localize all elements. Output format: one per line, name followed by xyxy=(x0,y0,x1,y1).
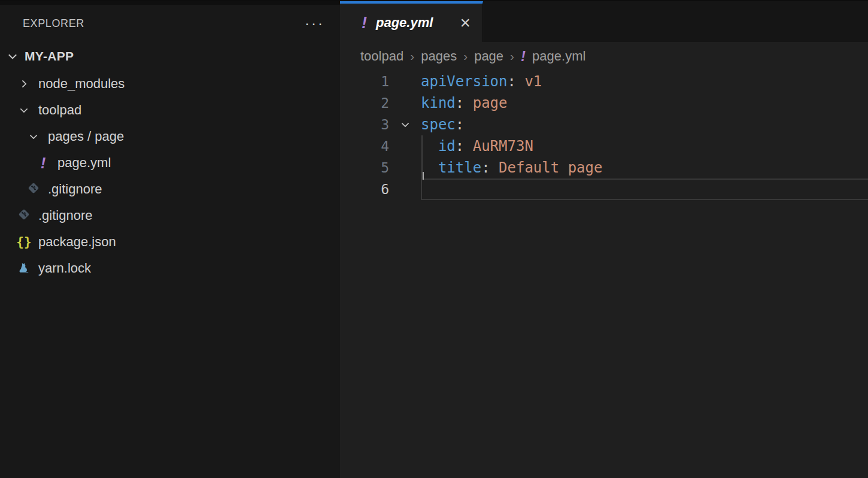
line-number[interactable]: 1 xyxy=(340,71,389,92)
line-number[interactable]: 6 xyxy=(340,179,389,200)
code-token: title xyxy=(438,159,481,176)
code-line-3[interactable]: 3spec: xyxy=(340,114,868,135)
fold-gutter xyxy=(389,71,421,92)
code-line-2[interactable]: 2kind: page xyxy=(340,92,868,114)
tree-item-label: .gitignore xyxy=(48,181,102,197)
line-number[interactable]: 4 xyxy=(340,135,389,157)
editor-code-area[interactable]: 1apiVersion: v12kind: page3spec:4 id: Au… xyxy=(340,71,868,200)
code-token: : xyxy=(508,73,516,90)
chevron-down-icon xyxy=(18,104,30,116)
code-line-content[interactable] xyxy=(421,179,868,200)
code-line-content[interactable]: title: Default page xyxy=(421,157,868,179)
code-token: : xyxy=(456,116,464,133)
tree-item-yarn.lock[interactable]: yarn.lock xyxy=(0,255,340,282)
file-tree: node_modulestoolpadpages / page!page.yml… xyxy=(0,71,340,282)
tab-label: page.yml xyxy=(376,15,433,31)
breadcrumb-item-pages[interactable]: pages xyxy=(421,49,457,64)
tree-item-label: .gitignore xyxy=(38,208,93,223)
git-icon xyxy=(27,181,40,197)
code-token: kind xyxy=(421,95,456,111)
chevron-right-icon xyxy=(18,78,30,90)
code-line-5[interactable]: 5 title: Default page xyxy=(340,157,868,179)
breadcrumb-item-toolpad[interactable]: toolpad xyxy=(360,49,403,64)
tree-item-label: package.json xyxy=(38,234,116,250)
breadcrumb-separator-icon: › xyxy=(410,49,414,63)
fold-gutter xyxy=(389,135,421,157)
code-token: v1 xyxy=(516,73,542,90)
code-line-4[interactable]: 4 id: AuRM73N xyxy=(340,135,868,157)
project-section-header[interactable]: MY-APP xyxy=(0,42,340,71)
code-token: spec xyxy=(421,116,456,133)
fold-gutter xyxy=(389,92,421,114)
code-line-6[interactable]: 6 xyxy=(340,179,868,200)
editor-group: ! page.yml × toolpad›pages›page› ! page.… xyxy=(340,1,868,478)
code-token: id xyxy=(438,138,456,155)
exclamation-icon: ! xyxy=(521,49,526,63)
code-token: Default page xyxy=(490,159,603,176)
json-braces-icon: {} xyxy=(16,236,31,249)
tree-item-page.yml[interactable]: !page.yml xyxy=(0,150,340,176)
project-name: MY-APP xyxy=(25,49,74,63)
code-line-content[interactable]: id: AuRM73N xyxy=(421,135,868,157)
line-number[interactable]: 5 xyxy=(340,157,389,179)
text-cursor xyxy=(423,172,424,180)
tree-item-icon-box xyxy=(26,131,41,143)
tree-item-package.json[interactable]: {}package.json xyxy=(0,229,340,255)
fold-chevron-down-icon xyxy=(399,119,411,131)
tree-item-icon-box xyxy=(17,104,31,116)
fold-gutter xyxy=(389,179,421,200)
breadcrumb-item-page[interactable]: page xyxy=(474,49,503,64)
code-token: : xyxy=(456,95,464,111)
tree-item-icon-box: ! xyxy=(36,155,50,171)
tree-item-.gitignore[interactable]: .gitignore xyxy=(0,202,340,229)
explorer-sidebar: EXPLORER ··· MY-APP node_modulestoolpadp… xyxy=(0,1,340,478)
chevron-down-icon xyxy=(6,50,19,63)
code-line-content[interactable]: kind: page xyxy=(421,92,868,114)
tree-item-node-modules[interactable]: node_modules xyxy=(0,71,340,97)
line-number[interactable]: 2 xyxy=(340,92,389,114)
tree-item-icon-box xyxy=(17,78,31,90)
git-icon xyxy=(17,208,31,223)
vscode-window: EXPLORER ··· MY-APP node_modulestoolpadp… xyxy=(0,0,868,478)
code-line-1[interactable]: 1apiVersion: v1 xyxy=(340,71,868,92)
fold-gutter[interactable] xyxy=(389,114,421,135)
tab-page-yml[interactable]: ! page.yml × xyxy=(340,1,483,42)
tree-item-label: toolpad xyxy=(38,102,81,118)
breadcrumb: toolpad›pages›page› ! page.yml xyxy=(340,42,868,71)
tree-item-label: pages / page xyxy=(48,129,124,144)
tree-item-label: node_modules xyxy=(38,76,125,92)
explorer-header: EXPLORER ··· xyxy=(0,5,340,42)
tree-item-label: page.yml xyxy=(57,155,111,171)
code-line-content[interactable]: spec: xyxy=(421,114,868,135)
code-token: : xyxy=(456,138,464,155)
code-line-content[interactable]: apiVersion: v1 xyxy=(421,71,868,92)
yarn-cat-icon xyxy=(17,261,31,276)
explorer-title: EXPLORER xyxy=(23,17,84,30)
more-actions-icon[interactable]: ··· xyxy=(305,20,324,26)
code-token: AuRM73N xyxy=(464,138,533,155)
fold-gutter xyxy=(389,157,421,179)
exclamation-icon: ! xyxy=(362,15,367,31)
tree-item-icon-box xyxy=(17,261,31,276)
tab-bar: ! page.yml × xyxy=(340,1,868,42)
breadcrumb-separator-icon: › xyxy=(510,49,514,63)
breadcrumb-folders: toolpad›pages›page› xyxy=(360,49,514,64)
line-number[interactable]: 3 xyxy=(340,114,389,135)
tree-item-.gitignore[interactable]: .gitignore xyxy=(0,176,340,202)
code-token: page xyxy=(464,95,507,111)
code-token xyxy=(421,138,438,155)
breadcrumb-separator-icon: › xyxy=(463,49,468,63)
chevron-down-icon xyxy=(28,131,40,143)
exclamation-icon: ! xyxy=(41,155,46,171)
indent-guide-line xyxy=(421,135,423,157)
tree-item-icon-box: {} xyxy=(17,236,31,249)
tree-item-pages-page[interactable]: pages / page xyxy=(0,123,340,150)
tree-item-icon-box xyxy=(17,208,31,223)
tree-item-toolpad[interactable]: toolpad xyxy=(0,97,340,123)
breadcrumb-item-file[interactable]: page.yml xyxy=(532,49,585,64)
close-icon[interactable]: × xyxy=(460,14,471,32)
code-token: : xyxy=(481,159,490,176)
tree-item-icon-box xyxy=(26,181,41,197)
tree-item-label: yarn.lock xyxy=(38,261,91,276)
code-token: apiVersion xyxy=(421,73,508,90)
